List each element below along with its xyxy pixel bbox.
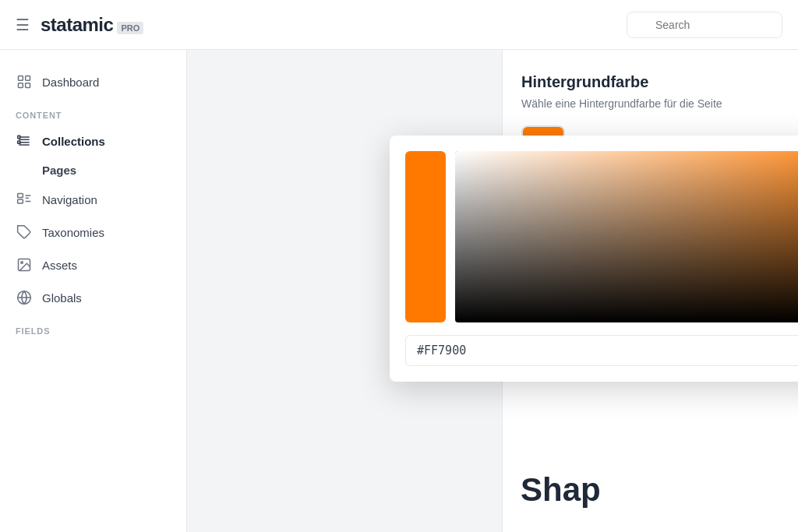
section-content-label: CONTENT (0, 98, 186, 125)
svg-rect-3 (26, 83, 30, 88)
svg-rect-4 (18, 136, 20, 138)
collections-label: Collections (42, 135, 105, 148)
content-area: Hintergrundfarbe Wähle eine Hintergrundf… (187, 50, 798, 532)
svg-point-13 (21, 262, 23, 264)
globals-label: Globals (42, 291, 82, 305)
panel-title: Hintergrundfarbe (521, 73, 779, 91)
menu-icon[interactable]: ☰ (16, 16, 30, 34)
assets-label: Assets (42, 259, 77, 272)
navigation-icon (16, 191, 33, 208)
sidebar-item-collections[interactable]: Collections (0, 125, 186, 157)
globals-icon (16, 289, 33, 306)
hex-input[interactable] (405, 335, 798, 366)
sidebar-item-globals[interactable]: Globals (0, 281, 186, 314)
navigation-label: Navigation (42, 193, 97, 206)
color-picker-popup: Save Clear (390, 136, 798, 382)
collections-icon (16, 132, 33, 150)
logo-pro-badge: PRO (117, 22, 143, 34)
panel-subtitle: Wähle eine Hintergrundfarbe für die Seit… (521, 97, 779, 110)
page-bottom-text: Shap (502, 448, 798, 532)
pages-label: Pages (42, 164, 76, 177)
sidebar-item-dashboard[interactable]: Dashboard (0, 65, 186, 98)
section-fields-label: FIELDS (0, 314, 186, 340)
sidebar-item-navigation[interactable]: Navigation (0, 183, 186, 216)
picker-body (405, 151, 798, 322)
search-wrapper (627, 12, 782, 38)
taxonomies-icon (16, 224, 33, 241)
svg-rect-5 (18, 141, 20, 143)
gradient-black-overlay (455, 151, 798, 322)
sidebar: Dashboard CONTENT Collections Pages (0, 50, 187, 532)
search-input[interactable] (627, 12, 782, 38)
logo: statamic PRO (41, 14, 143, 36)
sidebar-item-assets[interactable]: Assets (0, 248, 186, 281)
assets-icon (16, 256, 33, 273)
svg-rect-2 (19, 83, 23, 88)
svg-rect-6 (18, 194, 23, 198)
app-header: ☰ statamic PRO (0, 0, 798, 50)
svg-rect-1 (26, 76, 30, 81)
sidebar-item-pages[interactable]: Pages (0, 157, 186, 183)
svg-rect-7 (18, 199, 23, 203)
taxonomies-label: Taxonomies (42, 226, 104, 239)
search-area (611, 0, 798, 50)
picker-bottom: Save Clear (405, 335, 798, 366)
header-left: ☰ statamic PRO (16, 14, 143, 36)
svg-rect-0 (19, 76, 23, 81)
dashboard-icon (16, 73, 33, 90)
picker-swatch (405, 151, 446, 322)
picker-gradient[interactable] (455, 151, 798, 322)
dashboard-label: Dashboard (42, 76, 99, 89)
sidebar-item-taxonomies[interactable]: Taxonomies (0, 216, 186, 248)
main-layout: Dashboard CONTENT Collections Pages (0, 50, 798, 532)
logo-text: statamic (41, 14, 113, 36)
